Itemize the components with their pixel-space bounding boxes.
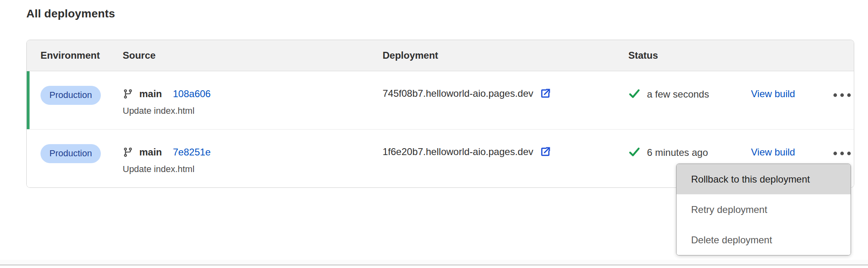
check-icon bbox=[628, 146, 640, 160]
column-header-deployment: Deployment bbox=[383, 50, 628, 61]
check-icon bbox=[628, 87, 640, 101]
commit-message: Update index.html bbox=[123, 106, 383, 116]
branch-name: main bbox=[139, 88, 162, 100]
deployment-url: 745f08b7.helloworld-aio.pages.dev bbox=[383, 88, 533, 99]
deployment-actions-menu: Rollback to this deployment Retry deploy… bbox=[676, 164, 851, 255]
environment-badge: Production bbox=[40, 86, 101, 105]
environment-badge: Production bbox=[40, 144, 101, 163]
column-header-environment: Environment bbox=[40, 50, 123, 61]
row-actions-menu-button[interactable] bbox=[833, 130, 854, 157]
git-branch-icon bbox=[123, 89, 133, 99]
git-branch-icon bbox=[123, 147, 133, 157]
menu-item-delete[interactable]: Delete deployment bbox=[677, 225, 851, 255]
commit-message: Update index.html bbox=[123, 164, 383, 174]
commit-hash-link[interactable]: 7e8251e bbox=[173, 147, 211, 158]
table-header-row: Environment Source Deployment Status bbox=[27, 40, 854, 71]
row-actions-menu-button[interactable] bbox=[833, 71, 854, 99]
external-link-icon[interactable] bbox=[539, 146, 551, 158]
branch-name: main bbox=[139, 147, 162, 158]
current-deployment-indicator bbox=[27, 71, 30, 129]
status-time: 6 minutes ago bbox=[647, 147, 708, 158]
menu-item-rollback[interactable]: Rollback to this deployment bbox=[677, 164, 851, 194]
deployment-url: 1f6e20b7.helloworld-aio.pages.dev bbox=[383, 146, 533, 157]
external-link-icon[interactable] bbox=[539, 87, 551, 100]
view-build-link[interactable]: View build bbox=[751, 147, 795, 157]
deployment-row-current: Production main 108a606 Update index.htm… bbox=[27, 71, 854, 129]
status-time: a few seconds bbox=[647, 89, 709, 100]
page-bottom-divider bbox=[0, 260, 868, 266]
commit-hash-link[interactable]: 108a606 bbox=[173, 88, 211, 100]
column-header-status: Status bbox=[628, 50, 751, 61]
page-title: All deployments bbox=[26, 7, 115, 20]
column-header-source: Source bbox=[123, 50, 383, 61]
menu-item-retry[interactable]: Retry deployment bbox=[677, 194, 851, 225]
view-build-link[interactable]: View build bbox=[751, 88, 795, 99]
